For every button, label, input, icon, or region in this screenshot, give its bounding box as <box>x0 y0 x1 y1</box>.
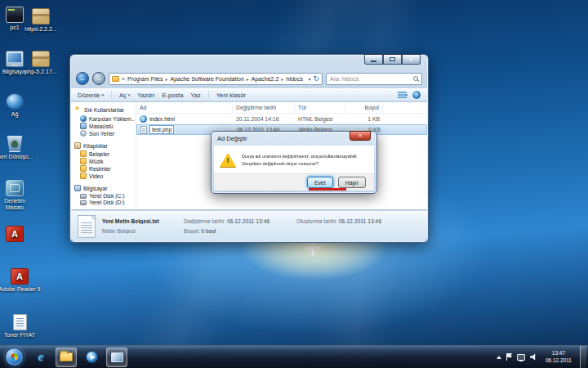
sidebar-item-local-disk-c[interactable]: Yerel Disk (C:) <box>74 193 135 199</box>
disk-icon <box>80 194 87 199</box>
breadcrumb-segment[interactable]: Apache Software Foundation <box>171 76 244 82</box>
taskbar: e 13:47 06.12.2011 <box>0 345 588 368</box>
desktop-icon-network[interactable]: Ağ <box>0 93 34 118</box>
explorer-folder-icon <box>60 352 73 361</box>
breadcrumb-segment[interactable]: Program Files <box>127 76 163 82</box>
details-filename: Yeni Metin Belgesi.txt <box>102 218 184 224</box>
action-center-flag-icon[interactable] <box>506 353 512 361</box>
desktop-icon-php-archive[interactable]: php-5.2.17... <box>21 51 60 75</box>
yes-button[interactable]: Evet <box>307 177 333 188</box>
taskbar-active-app-button[interactable] <box>106 348 127 367</box>
desktop: pc1 httpd-2.2.2... Bilgisayar php-5.2.17… <box>0 0 588 368</box>
desktop-icon-adobe-shortcut[interactable] <box>0 226 34 244</box>
sidebar-item-local-disk-d[interactable]: Yerel Disk (D:) <box>74 200 135 205</box>
sidebar-item-video[interactable]: Video <box>74 173 135 179</box>
sidebar-item-pictures[interactable]: Resimler <box>74 165 135 172</box>
search-input[interactable]: Ara: htdocs <box>326 73 422 85</box>
breadcrumb-segment[interactable]: htdocs <box>286 76 303 82</box>
music-icon <box>80 158 87 164</box>
taskbar-media-player-button[interactable] <box>81 348 102 367</box>
sidebar-item-label: Müzik <box>89 159 104 164</box>
toolbar-organize-button[interactable]: Düzenle <box>78 92 104 99</box>
sidebar-item-desktop[interactable]: Masaüstü <box>74 123 135 129</box>
warning-icon <box>220 153 236 167</box>
dialog-body: Dosya adı uzantısını değiştirirseniz, do… <box>214 146 374 174</box>
desktop-icon-control-panel[interactable]: Denetim Masası <box>0 180 34 211</box>
taskbar-explorer-button[interactable] <box>56 348 77 367</box>
start-button[interactable] <box>5 348 24 366</box>
desktop-icon-httpd-installer[interactable]: httpd-2.2.2... <box>21 8 60 33</box>
desktop-icon-toner-doc[interactable]: Toner FİYAT <box>0 314 41 339</box>
file-type: HTML Belgesi <box>295 116 345 122</box>
column-header-name[interactable]: Ad <box>136 102 233 113</box>
close-icon: × <box>359 132 363 139</box>
column-header-size[interactable]: Boyut <box>345 102 383 113</box>
sidebar-group-label: Sık Kullanılanlar <box>84 107 124 113</box>
details-value: 06.12.2011 13:46 <box>339 218 381 224</box>
maximize-icon <box>390 57 395 61</box>
network-status-icon[interactable] <box>517 354 525 361</box>
forward-button[interactable]: → <box>92 72 105 85</box>
toolbar-email-button[interactable]: E-posta <box>162 92 183 99</box>
computer-small-icon <box>74 185 81 191</box>
internet-explorer-icon: e <box>38 350 44 364</box>
toolbar-separator <box>111 91 112 99</box>
dialog-close-button[interactable]: × <box>350 131 371 141</box>
show-desktop-button[interactable] <box>580 346 586 368</box>
favorites-star-icon <box>74 106 82 114</box>
close-button[interactable]: × <box>402 54 421 65</box>
sidebar-item-music[interactable]: Müzik <box>74 158 135 164</box>
desktop-icon-label: Geri Dönüşü... <box>0 154 33 159</box>
toolbar-label: Aç <box>119 92 127 99</box>
volume-icon[interactable] <box>530 353 537 361</box>
sidebar-item-label: Yerel Disk (D:) <box>89 200 125 205</box>
sidebar-item-label: Masaüstü <box>89 123 113 129</box>
html-file-icon: e <box>140 115 147 123</box>
details-label: Değiştirme tarihi: <box>184 218 225 224</box>
network-globe-icon <box>6 93 24 110</box>
toolbar-burn-button[interactable]: Yaz <box>190 92 200 99</box>
breadcrumb[interactable]: « Program Files Apache Software Foundati… <box>109 73 323 85</box>
sidebar-group-libraries[interactable]: Kitaplıklar <box>74 142 135 149</box>
sidebar-group-computer[interactable]: Bilgisayar <box>74 185 135 191</box>
desktop-icon-recycle-bin[interactable]: Geri Dönüşü... <box>0 136 34 160</box>
dialog-message-line1: Dosya adı uzantısını değiştirirseniz, do… <box>242 153 358 160</box>
toolbar-label: Yazdır <box>137 92 154 99</box>
system-tray: 13:47 06.12.2011 <box>497 346 588 368</box>
back-button[interactable]: ← <box>76 72 89 85</box>
breadcrumb-dropdown-icon[interactable] <box>308 76 310 82</box>
toolbar-new-folder-button[interactable]: Yeni klasör <box>216 92 246 99</box>
forward-arrow-icon: → <box>96 74 103 83</box>
change-view-button[interactable] <box>398 92 408 99</box>
column-header-type[interactable]: Tür <box>295 102 345 113</box>
toolbar-open-button[interactable]: Aç <box>119 92 130 99</box>
toolbar-print-button[interactable]: Yazdır <box>137 92 154 99</box>
details-pane: Yeni Metin Belgesi.txt Değiştirme tarihi… <box>71 210 427 241</box>
toolbar-separator <box>208 91 209 99</box>
breadcrumb-overflow-chevron[interactable]: « <box>122 76 125 82</box>
hidden-icons-button[interactable] <box>497 356 501 359</box>
details-size: Boyut: 0 bayt <box>184 228 296 234</box>
toolbar-right-icons: ? <box>398 91 421 99</box>
sidebar-group-favorites[interactable]: Sık Kullanılanlar <box>74 106 135 114</box>
sidebar-item-downloads[interactable]: Karşıdan Yüklem... <box>74 115 135 122</box>
taskbar-clock[interactable]: 13:47 06.12.2011 <box>542 350 575 364</box>
rename-input[interactable]: test.php <box>149 125 174 134</box>
sidebar-item-recent-places[interactable]: Son Yerler <box>74 130 135 137</box>
column-header-modified[interactable]: Değiştirme tarihi <box>233 102 295 113</box>
breadcrumb-segment[interactable]: Apache2.2 <box>252 76 278 82</box>
no-button[interactable]: Hayır <box>338 177 366 188</box>
table-row[interactable]: e index.html 20.11.2004 14:16 HTML Belge… <box>136 114 427 124</box>
desktop-icon-label: Ağ <box>11 111 19 117</box>
toolbar-label: Yaz <box>190 92 200 99</box>
sidebar-item-documents[interactable]: Belgeler <box>74 150 135 157</box>
help-button[interactable]: ? <box>412 91 421 99</box>
maximize-button[interactable] <box>383 54 402 65</box>
taskbar-ie-button[interactable]: e <box>30 348 51 367</box>
minimize-button[interactable] <box>364 54 383 65</box>
search-icon <box>413 76 418 81</box>
dialog-button-row: Evet Hayır <box>214 173 374 191</box>
minimize-icon <box>371 61 376 62</box>
refresh-icon[interactable] <box>313 75 319 83</box>
desktop-icon-adobe-reader[interactable]: Adobe Reader 9 <box>0 268 41 293</box>
